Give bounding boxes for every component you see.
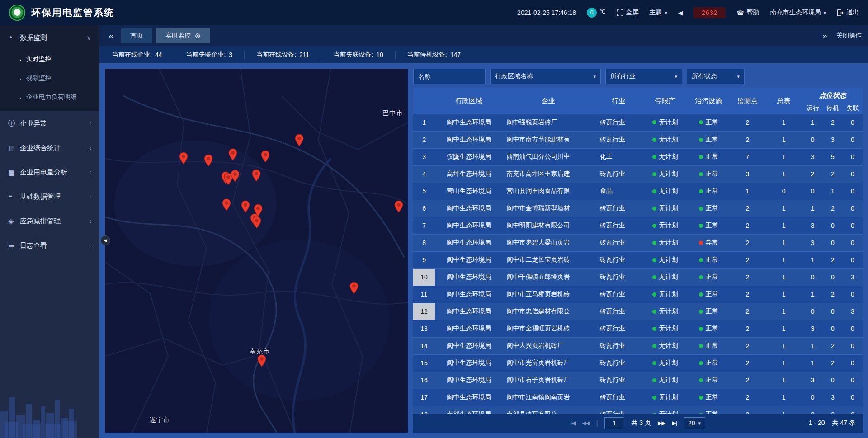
cell-total: 1 (765, 303, 803, 320)
table-row[interactable]: 2阆中生态环境局阆中市南方节能建材有砖瓦行业无计划正常21030 (413, 131, 863, 148)
map-pin-icon[interactable] (257, 354, 267, 367)
cell-limit: 无计划 (643, 114, 687, 131)
table-row[interactable]: 6阆中生态环境局阆中市金博瑞新型墙材砖瓦行业无计划正常21120 (413, 200, 863, 217)
cell-lost: 0 (843, 114, 863, 131)
cell-industry: 砖瓦行业 (594, 251, 643, 268)
table-row[interactable]: 9阆中生态环境局阆中市二龙长宝页岩砖砖瓦行业无计划正常21120 (413, 251, 863, 268)
tab-scroll-right-icon[interactable]: » (819, 31, 830, 41)
fullscreen-button[interactable]: 全屏 (617, 9, 639, 17)
cell-monitor: 7 (730, 148, 764, 165)
limit-status-label: 无计划 (659, 325, 678, 333)
industry-filter-select[interactable]: 所有行业 ▾ (605, 69, 682, 84)
map-panel[interactable]: 巴中市南充市遂宁市 (105, 69, 408, 433)
table-row[interactable]: 18南部生态环境局南部县砖瓦有限公砖瓦行业无计划正常21030 (413, 406, 863, 414)
facility-status-label: 正常 (706, 376, 718, 384)
table-row[interactable]: 10阆中生态环境局阆中千佛镇五郎垭页岩砖瓦行业无计划正常21003 (413, 268, 863, 286)
theme-dropdown[interactable]: 主题 ▾ (650, 9, 668, 17)
tab-realtime-monitor[interactable]: 实时监控 ⊗ (156, 28, 210, 43)
map-pin-icon[interactable] (260, 150, 270, 163)
sidebar-item-6[interactable]: ▤日志查看‹ (0, 233, 99, 258)
cell-limit: 无计划 (643, 303, 687, 320)
org-dropdown[interactable]: 南充市生态环境局 ▾ (770, 9, 826, 17)
tab-close-icon[interactable]: ⊗ (195, 32, 201, 40)
close-operations-button[interactable]: 关闭操作 (836, 32, 862, 40)
facility-status: 正常 (699, 256, 718, 264)
table-row[interactable]: 1阆中生态环境局阆中强锐页岩砖厂砖瓦行业无计划正常21120 (413, 114, 863, 131)
table-row[interactable]: 14阆中生态环境局阆中大兴页岩机砖厂砖瓦行业无计划正常21120 (413, 337, 863, 354)
cell-region: 阆中生态环境局 (435, 251, 503, 268)
sidebar-subitem[interactable]: ·企业电力负荷明细 (0, 88, 99, 107)
logout-button[interactable]: 退出 (837, 9, 859, 17)
table-row[interactable]: 13阆中生态环境局阆中市金福旺页岩机砖砖瓦行业无计划正常21300 (413, 320, 863, 337)
cell-facility: 正常 (687, 165, 730, 183)
stat-label: 当前在线设备: (256, 51, 296, 59)
alert-count-badge[interactable]: 2632 (693, 7, 726, 18)
sidebar-item-4[interactable]: ≡基础数据管理‹ (0, 184, 99, 209)
cell-run: 0 (803, 303, 823, 320)
table-row[interactable]: 5营山生态环境局营山县润丰肉食品有限食品无计划正常10010 (413, 183, 863, 200)
next-page-button[interactable]: ▶▶ (658, 420, 665, 426)
table-row[interactable]: 7阆中生态环境局阆中明阳建材有限公司砖瓦行业无计划正常21300 (413, 217, 863, 234)
sidebar-item-3[interactable]: ▦企业用电量分析‹ (0, 160, 99, 184)
table-row[interactable]: 11阆中生态环境局阆中市五马桥页岩机砖砖瓦行业无计划正常21120 (413, 286, 863, 303)
map-pin-icon[interactable] (222, 198, 231, 211)
sidebar-subitem[interactable]: ·视频监控 (0, 69, 99, 88)
map-pin-icon[interactable] (228, 148, 238, 161)
prev-page-button[interactable]: ◀◀ (582, 420, 589, 426)
tab-home[interactable]: 首页 (121, 28, 152, 43)
table-row[interactable]: 12阆中生态环境局阆中市忠信建材有限公砖瓦行业无计划正常21003 (413, 303, 863, 320)
table-row[interactable]: 4高坪生态环境局南充市高坪区王家店建砖瓦行业无计划正常31220 (413, 165, 863, 183)
region-filter-select[interactable]: 行政区域名称 ▾ (490, 69, 601, 84)
sidebar-item-2[interactable]: ▥企业综合统计‹ (0, 136, 99, 160)
col-facility: 治污设施 (687, 88, 730, 114)
cell-index: 12 (413, 303, 435, 320)
status-dot-icon (652, 172, 656, 176)
cell-industry: 砖瓦行业 (594, 217, 643, 234)
table-row[interactable]: 8阆中生态环境局阆中市枣碧大梁山页岩砖瓦行业无计划异常21300 (413, 234, 863, 251)
status-dot-icon (699, 172, 703, 176)
tab-scroll-left-icon[interactable]: « (106, 31, 117, 41)
cell-industry: 砖瓦行业 (594, 389, 643, 406)
table-row[interactable]: 17阆中生态环境局阆中市江南镇阆南页岩砖瓦行业无计划正常21030 (413, 389, 863, 406)
page-size-select[interactable]: 20 ▾ (684, 417, 705, 429)
page-number-input[interactable]: 1 (604, 417, 624, 429)
status-filter-select[interactable]: 所有状态 ▾ (687, 69, 745, 84)
map-pin-icon[interactable] (179, 152, 189, 165)
last-page-button[interactable]: ▶| (672, 420, 677, 426)
status-dot-icon (652, 207, 656, 211)
sidebar-subitem[interactable]: ·实时监控 (0, 50, 99, 69)
sidebar-item-1[interactable]: ⓘ企业异常‹ (0, 111, 99, 136)
cell-stop: 0 (823, 303, 843, 320)
cell-run: 3 (803, 372, 823, 389)
table-row[interactable]: 3仪陇生态环境局西南油气田分公司川中化工无计划正常71350 (413, 148, 863, 165)
help-button[interactable]: ☎ 帮助 (736, 9, 759, 17)
sidebar-item-label: 企业用电量分析 (20, 168, 67, 177)
cell-company: 阆中千佛镇五郎垭页岩 (503, 268, 593, 286)
status-dot-icon (699, 138, 703, 142)
cell-index: 7 (413, 217, 435, 234)
map-pin-icon[interactable] (294, 134, 304, 146)
map-pin-icon[interactable] (252, 216, 262, 229)
map-pin-icon[interactable] (394, 200, 404, 213)
sidebar-item-5[interactable]: ◈应急减排管理‹ (0, 209, 99, 233)
cell-limit: 无计划 (643, 148, 687, 165)
sound-icon[interactable]: ◀ (678, 9, 683, 16)
limit-status-label: 无计划 (659, 256, 678, 264)
sidebar-item-0[interactable]: ◔数据监测∨ (0, 25, 99, 50)
cell-lost: 0 (843, 148, 863, 165)
status-dot-icon (699, 361, 703, 365)
map-pin-icon[interactable] (241, 200, 250, 213)
map-pin-icon[interactable] (203, 154, 213, 167)
facility-status-label: 正常 (706, 393, 718, 401)
name-filter-input[interactable] (413, 69, 486, 84)
first-page-button[interactable]: |◀ (571, 420, 575, 426)
cell-limit: 无计划 (643, 131, 687, 148)
col-region: 行政区域 (435, 88, 503, 114)
cell-limit: 无计划 (643, 268, 687, 286)
map-pin-icon[interactable] (349, 282, 359, 294)
table-row[interactable]: 16阆中生态环境局阆中市石子页岩机砖厂砖瓦行业无计划正常21300 (413, 372, 863, 389)
status-dot-icon (652, 396, 656, 400)
map-pin-icon[interactable] (251, 169, 261, 182)
table-row[interactable]: 15阆中生态环境局阆中市光富页岩机砖厂砖瓦行业无计划正常21120 (413, 354, 863, 372)
map-pin-icon[interactable] (230, 170, 240, 182)
